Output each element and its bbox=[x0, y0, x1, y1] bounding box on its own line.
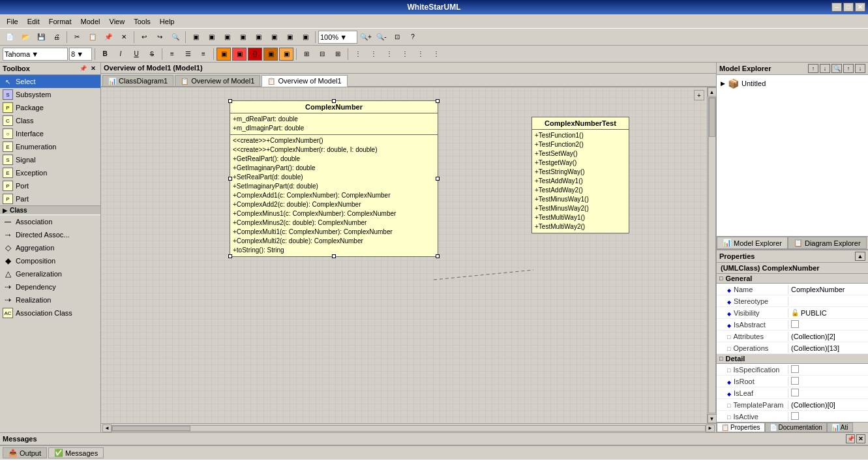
bottom-tab-messages[interactable]: ✅ Messages bbox=[48, 447, 104, 458]
arrange-btn2[interactable]: ⊟ bbox=[315, 48, 329, 61]
new-button[interactable]: 📄 bbox=[3, 31, 17, 44]
zoom-in-button[interactable]: 🔍+ bbox=[359, 31, 373, 44]
vscroll-track[interactable] bbox=[708, 97, 716, 413]
undo-button[interactable]: ↩ bbox=[137, 31, 151, 44]
menu-file[interactable]: File bbox=[3, 16, 22, 27]
tool-port[interactable]: P Port bbox=[0, 179, 100, 192]
props-btab-documentation[interactable]: 📄 Documentation bbox=[765, 423, 827, 432]
delete-button[interactable]: ✕ bbox=[117, 31, 131, 44]
tb-btn-h[interactable]: ▣ bbox=[298, 31, 312, 44]
tool-directed-assoc[interactable]: → Directed Assoc... bbox=[0, 228, 100, 241]
snap-btn6[interactable]: ⋮ bbox=[429, 48, 443, 61]
menu-help[interactable]: Help bbox=[156, 16, 179, 27]
font-dropdown[interactable]: Tahoma ▼ bbox=[3, 48, 68, 61]
arrange-btn1[interactable]: ⊞ bbox=[299, 48, 314, 61]
menu-view[interactable]: View bbox=[106, 16, 129, 27]
menu-edit[interactable]: Edit bbox=[23, 16, 44, 27]
hscroll-track[interactable] bbox=[112, 425, 706, 432]
help-button[interactable]: ? bbox=[406, 31, 420, 44]
tb-btn-e[interactable]: ▣ bbox=[251, 31, 265, 44]
close-button[interactable]: ✕ bbox=[855, 3, 865, 12]
tool-select[interactable]: ↖ Select bbox=[0, 75, 100, 88]
msg-pin-button[interactable]: 📌 bbox=[846, 434, 855, 443]
toolbox-pin-button[interactable]: 📌 bbox=[78, 64, 87, 73]
bold-button[interactable]: B bbox=[98, 48, 112, 61]
redo-button[interactable]: ↪ bbox=[153, 31, 167, 44]
tool-part[interactable]: P Part bbox=[0, 192, 100, 205]
tool-exception[interactable]: E Exception bbox=[0, 166, 100, 179]
snap-btn1[interactable]: ⋮ bbox=[351, 48, 365, 61]
tool-association[interactable]: ─ Association bbox=[0, 215, 100, 228]
snap-btn5[interactable]: ⋮ bbox=[413, 48, 428, 61]
tab-class-diagram[interactable]: 📊 ClassDiagram1 bbox=[102, 75, 173, 86]
right-tab-diagram-explorer[interactable]: 📋 Diagram Explorer bbox=[788, 237, 867, 249]
color-btn5[interactable]: ▣ bbox=[279, 48, 293, 61]
me-down-button[interactable]: ↓ bbox=[855, 64, 865, 73]
snap-btn3[interactable]: ⋮ bbox=[382, 48, 397, 61]
isroot-checkbox[interactable] bbox=[791, 377, 799, 385]
zoom-out-button[interactable]: 🔍- bbox=[374, 31, 389, 44]
vscroll-up-button[interactable]: ▲ bbox=[708, 87, 717, 97]
tb-btn-c[interactable]: ▣ bbox=[220, 31, 234, 44]
align-center-button[interactable]: ☰ bbox=[181, 48, 195, 61]
props-expand-button[interactable]: ▲ bbox=[855, 252, 865, 261]
tool-class[interactable]: C Class bbox=[0, 114, 100, 127]
maximize-button[interactable]: □ bbox=[843, 3, 854, 12]
paste-button[interactable]: 📌 bbox=[101, 31, 115, 44]
italic-button[interactable]: I bbox=[113, 48, 128, 61]
tb-btn-f[interactable]: ▣ bbox=[267, 31, 281, 44]
toolbox-close-button[interactable]: ✕ bbox=[89, 64, 98, 73]
isleaf-checkbox[interactable] bbox=[791, 389, 799, 396]
tab-overview-model1[interactable]: 📋 Overview of Model1 bbox=[262, 75, 347, 87]
tool-generalization[interactable]: △ Generalization bbox=[0, 267, 100, 280]
bottom-tab-output[interactable]: 📤 Output bbox=[3, 447, 47, 458]
cut-button[interactable]: ✂ bbox=[70, 31, 84, 44]
tool-composition[interactable]: ◆ Composition bbox=[0, 254, 100, 267]
menu-tools[interactable]: Tools bbox=[130, 16, 155, 27]
tool-enumeration[interactable]: E Enumeration bbox=[0, 140, 100, 153]
tool-subsystem[interactable]: S Subsystem bbox=[0, 88, 100, 101]
tool-interface[interactable]: ○ Interface bbox=[0, 127, 100, 140]
color-btn2[interactable]: ▣ bbox=[232, 48, 247, 61]
snap-btn4[interactable]: ⋮ bbox=[398, 48, 412, 61]
right-tab-model-explorer[interactable]: 📊 Model Explorer bbox=[717, 237, 788, 249]
menu-format[interactable]: Format bbox=[45, 16, 76, 27]
zoom-dropdown[interactable]: 100% ▼ bbox=[318, 31, 357, 44]
find-button[interactable]: 🔍 bbox=[168, 31, 183, 44]
strikethrough-button[interactable]: S̶ bbox=[145, 48, 159, 61]
isspec-checkbox[interactable] bbox=[791, 365, 799, 373]
print-button[interactable]: 🖨 bbox=[50, 31, 64, 44]
tb-btn-b[interactable]: ▣ bbox=[204, 31, 218, 44]
tb-btn-a[interactable]: ▣ bbox=[188, 31, 203, 44]
complex-number-test-class[interactable]: ComplexNumberTest +TestFunction1() +Test… bbox=[531, 117, 629, 233]
tb-btn-g[interactable]: ▣ bbox=[282, 31, 297, 44]
save-button[interactable]: 💾 bbox=[34, 31, 48, 44]
snap-btn2[interactable]: ⋮ bbox=[367, 48, 381, 61]
menu-model[interactable]: Model bbox=[77, 16, 104, 27]
align-left-button[interactable]: ≡ bbox=[165, 48, 179, 61]
align-right-button[interactable]: ≡ bbox=[196, 48, 211, 61]
tool-dependency[interactable]: ⇢ Dependency bbox=[0, 280, 100, 293]
tree-item-untitled[interactable]: ▶ 📦 Untitled bbox=[719, 78, 865, 89]
tool-signal[interactable]: S Signal bbox=[0, 153, 100, 166]
vscroll-down-button[interactable]: ▼ bbox=[708, 414, 717, 423]
diagram-add-button[interactable]: + bbox=[694, 90, 704, 100]
isabstract-checkbox[interactable] bbox=[791, 320, 799, 328]
tool-package[interactable]: P Package bbox=[0, 101, 100, 114]
hscroll-right-button[interactable]: ► bbox=[706, 424, 715, 432]
me-sort-az-button[interactable]: ↑ bbox=[808, 64, 818, 73]
msg-close-button[interactable]: ✕ bbox=[856, 434, 865, 443]
color-btn1[interactable]: ▣ bbox=[217, 48, 231, 61]
me-find-button[interactable]: 🔍 bbox=[831, 64, 842, 73]
me-sort-za-button[interactable]: ↓ bbox=[820, 64, 830, 73]
complex-number-class[interactable]: ComplexNumber +m_dRealPart: double +m_dI… bbox=[230, 100, 438, 257]
hscroll-left-button[interactable]: ◄ bbox=[102, 424, 112, 432]
tab-overview-model1-tab[interactable]: 📋 Overview of Model1 bbox=[175, 75, 260, 86]
hscroll-thumb[interactable] bbox=[112, 426, 190, 431]
zoom-fit-button[interactable]: ⊡ bbox=[390, 31, 404, 44]
tool-association-class[interactable]: AC Association Class bbox=[0, 306, 100, 320]
tool-realization[interactable]: ⇢ Realization bbox=[0, 293, 100, 306]
vscroll-thumb[interactable] bbox=[709, 98, 715, 137]
minimize-button[interactable]: ─ bbox=[831, 3, 842, 12]
fontsize-dropdown[interactable]: 8 ▼ bbox=[69, 48, 92, 61]
